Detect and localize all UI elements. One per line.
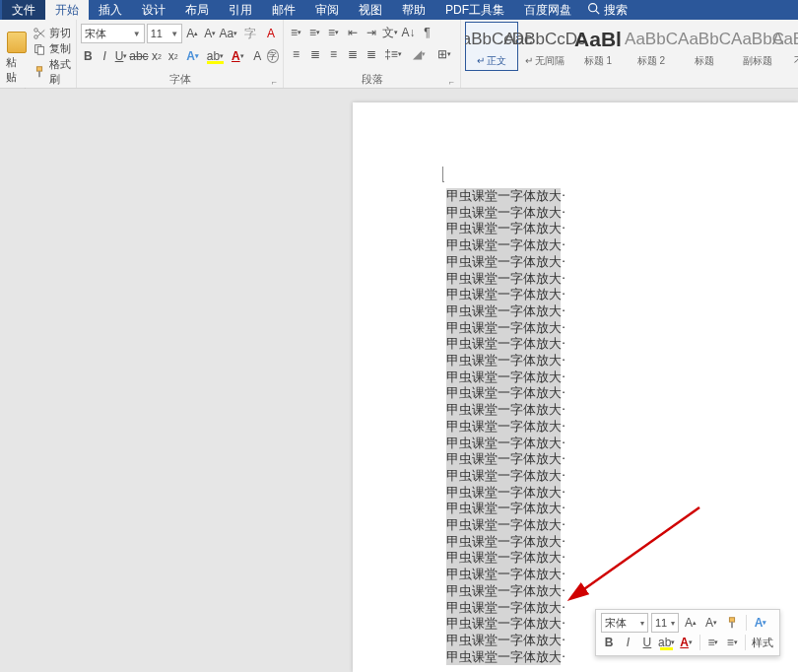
mini-underline[interactable]: U [639, 634, 655, 651]
show-marks-button[interactable]: ¶ [419, 24, 435, 41]
text-line: 甲虫课堂一字体放大‧ [446, 649, 561, 666]
phonetic-guide-button[interactable]: 字 [238, 25, 261, 42]
font-color-button[interactable]: A▾ [228, 47, 248, 65]
text-line: 甲虫课堂一字体放大‧ [446, 485, 561, 502]
text-line: 甲虫课堂一字体放大‧ [446, 336, 561, 353]
italic-button[interactable]: I [98, 47, 112, 65]
text-line: 甲虫课堂一字体放大‧ [446, 600, 561, 617]
group-font-label: 字体 ⌐ [81, 72, 279, 88]
text-line: 甲虫课堂一字体放大‧ [446, 550, 561, 567]
shrink-font-button[interactable]: A▾ [202, 25, 218, 42]
superscript-button[interactable]: x2 [166, 47, 180, 65]
char-shading-button[interactable]: A [250, 47, 265, 65]
style-heading1[interactable]: AaBl 标题 1 [571, 22, 625, 71]
mini-font-color[interactable]: A▾ [752, 614, 769, 632]
style-gallery: AaBbCcDc ↵ 正文 AaBbCcDc ↵ 无间隔 AaBl 标题 1 A… [465, 22, 798, 71]
underline-button[interactable]: U▾ [114, 47, 129, 65]
mini-styles[interactable]: 样式 [751, 634, 774, 651]
style-heading2[interactable]: AaBbC 标题 2 [625, 22, 678, 71]
mini-size-dropdown[interactable]: 11▾ [651, 613, 679, 633]
workspace: 甲虫课堂一字体放大‧甲虫课堂一字体放大‧甲虫课堂一字体放大‧甲虫课堂一字体放大‧… [0, 89, 798, 672]
text-line: 甲虫课堂一字体放大‧ [446, 616, 561, 633]
menu-insert[interactable]: 插入 [89, 0, 132, 20]
mini-bold[interactable]: B [601, 634, 617, 651]
svg-line-1 [596, 11, 599, 14]
mini-font-color-2[interactable]: A▾ [678, 634, 694, 651]
clear-formatting-button[interactable]: A [263, 25, 279, 42]
style-more[interactable]: AaBbC 不 [784, 22, 798, 71]
paste-button[interactable]: 粘贴 [6, 32, 27, 85]
text-line: 甲虫课堂一字体放大‧ [446, 188, 561, 205]
format-painter-button[interactable]: 格式刷 [33, 57, 81, 87]
cut-button[interactable]: 剪切 [33, 26, 81, 40]
enclose-chars-button[interactable]: 字 [267, 49, 279, 63]
mini-shrink-font[interactable]: A▾ [702, 614, 720, 632]
text-effects-button[interactable]: A▾ [182, 47, 203, 65]
text-line: 甲虫课堂一字体放大‧ [446, 402, 561, 419]
text-line: 甲虫课堂一字体放大‧ [446, 436, 561, 452]
style-nospacing[interactable]: AaBbCcDc ↵ 无间隔 [518, 22, 571, 71]
text-line: 甲虫课堂一字体放大‧ [446, 501, 561, 517]
align-center-button[interactable]: ≣ [306, 45, 323, 63]
menu-baidu[interactable]: 百度网盘 [514, 0, 581, 20]
align-right-button[interactable]: ≡ [325, 45, 342, 63]
search-area[interactable]: 搜索 [581, 2, 628, 19]
font-expand-icon[interactable]: ⌐ [272, 77, 277, 87]
mini-font-dropdown[interactable]: 宋体▾ [601, 613, 648, 633]
shading-button[interactable]: ◢▾ [407, 45, 431, 63]
menu-references[interactable]: 引用 [219, 0, 262, 20]
mini-grow-font[interactable]: A▴ [682, 614, 699, 632]
menu-help[interactable]: 帮助 [392, 0, 435, 20]
menu-bar: 文件 开始 插入 设计 布局 引用 邮件 审阅 视图 帮助 PDF工具集 百度网… [0, 0, 798, 20]
strikethrough-button[interactable]: abc [130, 47, 147, 65]
menu-view[interactable]: 视图 [349, 0, 392, 20]
mini-format-painter[interactable] [723, 614, 741, 632]
paste-icon [7, 32, 27, 53]
menu-review[interactable]: 审阅 [305, 0, 349, 20]
subscript-button[interactable]: x2 [149, 47, 164, 65]
svg-line-5 [38, 30, 45, 35]
multilevel-button[interactable]: ≡▾ [325, 24, 342, 41]
group-font: 宋体▼ 11▼ A▴ A▾ Aa▾ 字 A B I U▾ abc x2 x2 A… [77, 20, 284, 88]
grow-font-button[interactable]: A▴ [184, 25, 200, 42]
borders-button[interactable]: ⊞▾ [432, 45, 456, 63]
line-spacing-button[interactable]: ‡≡▾ [381, 45, 405, 63]
menu-home[interactable]: 开始 [45, 0, 89, 20]
svg-point-2 [34, 34, 38, 38]
mini-highlight[interactable]: ab▾ [658, 634, 675, 651]
increase-indent-button[interactable]: ⇥ [363, 24, 379, 41]
mini-italic[interactable]: I [620, 634, 635, 651]
menu-mailings[interactable]: 邮件 [262, 0, 305, 20]
font-size-dropdown[interactable]: 11▼ [147, 24, 182, 43]
svg-rect-12 [731, 622, 733, 628]
text-line: 甲虫课堂一字体放大‧ [446, 468, 561, 485]
mini-bullets[interactable]: ≡▾ [705, 634, 721, 651]
group-clipboard: 粘贴 剪切 复制 [0, 20, 77, 88]
text-line: 甲虫课堂一字体放大‧ [446, 205, 561, 222]
numbering-button[interactable]: ≡▾ [306, 24, 323, 41]
mini-numbering[interactable]: ≡▾ [724, 634, 740, 651]
bold-button[interactable]: B [81, 47, 96, 65]
change-case-button[interactable]: Aa▾ [220, 25, 236, 42]
paragraph-expand-icon[interactable]: ⌐ [449, 77, 454, 87]
style-title[interactable]: AaBbC 标题 [678, 22, 731, 71]
menu-file[interactable]: 文件 [2, 0, 45, 20]
menu-design[interactable]: 设计 [132, 0, 175, 20]
menu-pdf[interactable]: PDF工具集 [435, 0, 514, 20]
align-left-button[interactable]: ≡ [288, 45, 304, 63]
menu-layout[interactable]: 布局 [175, 0, 219, 20]
decrease-indent-button[interactable]: ⇤ [344, 24, 361, 41]
selected-text-block[interactable]: 甲虫课堂一字体放大‧甲虫课堂一字体放大‧甲虫课堂一字体放大‧甲虫课堂一字体放大‧… [446, 188, 561, 665]
justify-button[interactable]: ≣ [344, 45, 361, 63]
svg-rect-7 [38, 46, 44, 54]
sort-button[interactable]: A↓ [400, 24, 417, 41]
copy-icon [33, 42, 46, 56]
asian-layout-button[interactable]: 文▾ [381, 24, 398, 41]
bullets-button[interactable]: ≡▾ [288, 24, 304, 41]
font-family-dropdown[interactable]: 宋体▼ [81, 24, 145, 43]
copy-button[interactable]: 复制 [33, 41, 81, 56]
highlight-button[interactable]: ab▾ [205, 47, 226, 65]
distributed-button[interactable]: ≣ [363, 45, 379, 63]
svg-point-3 [34, 28, 38, 32]
document-page[interactable]: 甲虫课堂一字体放大‧甲虫课堂一字体放大‧甲虫课堂一字体放大‧甲虫课堂一字体放大‧… [353, 102, 798, 672]
